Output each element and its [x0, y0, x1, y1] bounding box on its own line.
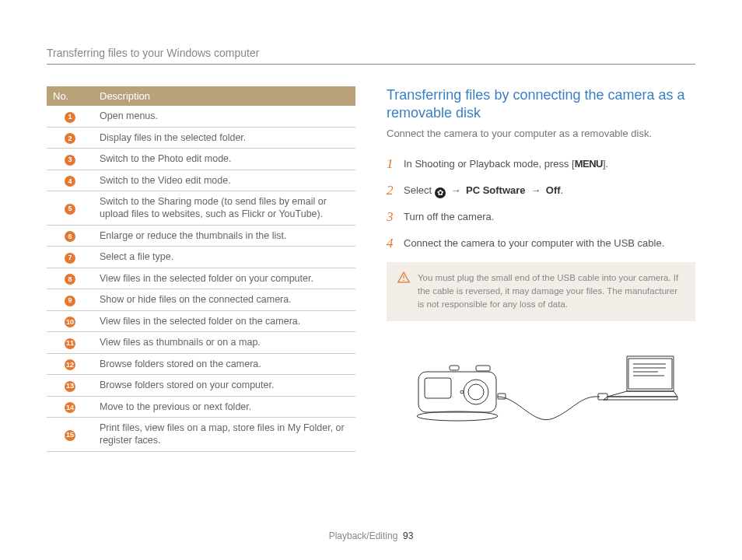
- table-row: 1Open menus.: [47, 106, 355, 127]
- row-desc: Move to the previous or next folder.: [93, 396, 355, 418]
- step-post: ].: [603, 158, 608, 170]
- step-text: Select ✿ → PC Software → Off.: [404, 183, 563, 198]
- arrow-icon: →: [448, 184, 463, 196]
- row-desc: Switch to the Video edit mode.: [93, 170, 355, 191]
- step-text: Connect the camera to your computer with…: [404, 236, 664, 250]
- step-number: 4: [387, 236, 397, 251]
- option-pc-software: PC Software: [466, 184, 526, 196]
- option-off: Off: [546, 184, 561, 196]
- step-post: .: [561, 184, 564, 196]
- num-badge: 13: [65, 381, 75, 392]
- num-badge: 14: [65, 402, 75, 413]
- row-desc: Open menus.: [93, 106, 355, 127]
- step-4: 4 Connect the camera to your computer wi…: [387, 236, 695, 251]
- right-column: Transferring files by connecting the cam…: [387, 86, 695, 452]
- row-desc: Print files, view files on a map, store …: [93, 418, 355, 452]
- step-number: 1: [387, 156, 397, 172]
- warning-box: You must plug the small end of the USB c…: [387, 262, 695, 321]
- table-row: 4Switch to the Video edit mode.: [47, 170, 355, 191]
- num-badge: 11: [65, 338, 75, 349]
- camera-laptop-illustration: [387, 341, 695, 444]
- page-footer: Playback/Editing 93: [0, 530, 742, 541]
- left-column: No. Description 1Open menus. 2Display fi…: [47, 86, 355, 452]
- table-row: 6Enlarge or reduce the thumbnails in the…: [47, 225, 355, 247]
- svg-rect-8: [476, 366, 490, 371]
- num-badge: 7: [65, 253, 75, 264]
- row-desc: Show or hide files on the connected came…: [93, 289, 355, 311]
- step-label: Select: [404, 184, 435, 196]
- footer-section: Playback/Editing: [329, 530, 398, 541]
- row-desc: View files as thumbnails or on a map.: [93, 332, 355, 354]
- svg-point-1: [403, 279, 404, 281]
- table-row: 9Show or hide files on the connected cam…: [47, 289, 355, 311]
- step-1: 1 In Shooting or Playback mode, press [M…: [387, 156, 695, 172]
- row-desc: View files in the selected folder on the…: [93, 310, 355, 332]
- table-row: 7Select a file type.: [47, 247, 355, 268]
- gear-icon: ✿: [435, 187, 446, 198]
- step-text: In Shooting or Playback mode, press [MEN…: [404, 156, 608, 171]
- table-row: 12Browse folders stored on the camera.: [47, 353, 355, 375]
- svg-rect-7: [450, 366, 459, 370]
- table-row: 5Switch to the Sharing mode (to send fil…: [47, 191, 355, 226]
- page-number: 93: [403, 530, 413, 541]
- svg-point-5: [468, 384, 484, 400]
- row-desc: Enlarge or reduce the thumbnails in the …: [93, 225, 355, 247]
- table-row: 2Display files in the selected folder.: [47, 127, 355, 149]
- num-badge: 15: [65, 430, 75, 441]
- svg-rect-10: [498, 394, 506, 399]
- num-badge: 5: [65, 204, 75, 215]
- warning-text: You must plug the small end of the USB c…: [418, 271, 684, 312]
- menu-key: MENU: [575, 158, 603, 170]
- num-badge: 12: [65, 359, 75, 370]
- num-badge: 4: [65, 176, 75, 187]
- row-desc: Select a file type.: [93, 247, 355, 268]
- row-desc: Browse folders stored on the camera.: [93, 353, 355, 375]
- page-header-title: Transferring files to your Windows compu…: [47, 47, 695, 65]
- description-table: No. Description 1Open menus. 2Display fi…: [47, 86, 355, 452]
- th-desc: Description: [93, 86, 355, 106]
- step-pre: In Shooting or Playback mode, press [: [404, 158, 575, 170]
- step-3: 3 Turn off the camera.: [387, 209, 695, 225]
- num-badge: 2: [65, 133, 75, 144]
- table-row: 10View files in the selected folder on t…: [47, 310, 355, 332]
- table-row: 13Browse folders stored on your computer…: [47, 375, 355, 397]
- section-heading: Transferring files by connecting the cam…: [387, 86, 695, 123]
- row-desc: Display files in the selected folder.: [93, 127, 355, 149]
- num-badge: 9: [65, 296, 75, 306]
- table-row: 3Switch to the Photo edit mode.: [47, 149, 355, 170]
- step-number: 3: [387, 209, 397, 225]
- svg-point-9: [460, 390, 464, 394]
- row-desc: Switch to the Sharing mode (to send file…: [93, 191, 355, 226]
- step-text: Turn off the camera.: [404, 209, 494, 224]
- step-2: 2 Select ✿ → PC Software → Off.: [387, 183, 695, 198]
- warning-icon: [397, 271, 410, 283]
- num-badge: 1: [65, 112, 75, 123]
- section-intro: Connect the camera to your computer as a…: [387, 128, 695, 139]
- table-row: 8View files in the selected folder on yo…: [47, 268, 355, 289]
- num-badge: 6: [65, 231, 75, 242]
- num-badge: 8: [65, 274, 75, 285]
- step-number: 2: [387, 183, 397, 198]
- row-desc: Switch to the Photo edit mode.: [93, 149, 355, 170]
- table-row: 11View files as thumbnails or on a map.: [47, 332, 355, 354]
- row-desc: Browse folders stored on your computer.: [93, 375, 355, 397]
- svg-rect-6: [425, 378, 451, 398]
- table-row: 14Move to the previous or next folder.: [47, 396, 355, 418]
- row-desc: View files in the selected folder on you…: [93, 268, 355, 289]
- table-row: 15Print files, view files on a map, stor…: [47, 418, 355, 452]
- svg-point-3: [417, 411, 498, 421]
- num-badge: 3: [65, 155, 75, 166]
- num-badge: 10: [65, 317, 75, 327]
- arrow-icon: →: [528, 184, 543, 196]
- svg-point-4: [464, 380, 488, 404]
- th-no: No.: [47, 86, 93, 106]
